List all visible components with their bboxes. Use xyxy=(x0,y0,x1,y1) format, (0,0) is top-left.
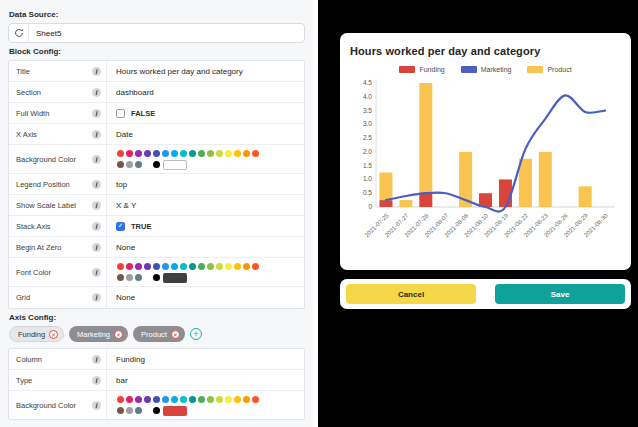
info-icon[interactable]: i xyxy=(92,201,101,210)
begin-at-zero-field[interactable]: None xyxy=(107,240,304,255)
color-dot[interactable] xyxy=(126,150,133,157)
color-dot[interactable] xyxy=(126,396,133,403)
legend-item[interactable]: Funding xyxy=(399,66,444,73)
selected-color-swatch[interactable] xyxy=(163,406,187,416)
color-dot[interactable] xyxy=(189,396,196,403)
color-dot[interactable] xyxy=(180,263,187,270)
info-icon[interactable]: i xyxy=(92,376,101,385)
info-icon[interactable]: i xyxy=(92,109,101,118)
color-dot[interactable] xyxy=(207,150,214,157)
color-dot[interactable] xyxy=(225,396,232,403)
full-width-checkbox[interactable] xyxy=(116,109,125,118)
color-dot[interactable] xyxy=(153,274,160,281)
info-icon[interactable]: i xyxy=(92,293,101,302)
color-dot[interactable] xyxy=(162,263,169,270)
sync-icon[interactable] xyxy=(9,24,29,42)
chip-product[interactable]: Product ✕ xyxy=(133,326,185,342)
save-button[interactable]: Save xyxy=(495,284,625,304)
remove-icon[interactable]: ✕ xyxy=(171,330,180,339)
color-dot[interactable] xyxy=(126,161,133,168)
color-dot[interactable] xyxy=(243,263,250,270)
color-dot[interactable] xyxy=(126,274,133,281)
x-axis-field[interactable]: Date xyxy=(107,127,304,142)
background-color-palette[interactable] xyxy=(116,148,260,170)
color-dot[interactable] xyxy=(144,150,151,157)
info-icon[interactable]: i xyxy=(92,401,101,410)
color-dot[interactable] xyxy=(243,150,250,157)
color-dot[interactable] xyxy=(252,263,259,270)
color-dot[interactable] xyxy=(180,396,187,403)
color-dot[interactable] xyxy=(234,263,241,270)
remove-icon[interactable]: ✕ xyxy=(49,330,58,339)
legend-item[interactable]: Marketing xyxy=(461,66,512,73)
color-dot[interactable] xyxy=(126,407,133,414)
color-dot[interactable] xyxy=(153,407,160,414)
color-dot[interactable] xyxy=(153,263,160,270)
color-dot[interactable] xyxy=(126,263,133,270)
type-field[interactable]: bar xyxy=(107,373,304,388)
color-dot[interactable] xyxy=(153,150,160,157)
add-axis-icon[interactable]: + xyxy=(190,328,202,340)
color-dot[interactable] xyxy=(225,263,232,270)
grid-field[interactable]: None xyxy=(107,290,304,305)
color-dot[interactable] xyxy=(198,150,205,157)
chip-marketing[interactable]: Marketing ✕ xyxy=(69,326,128,342)
info-icon[interactable]: i xyxy=(92,130,101,139)
color-dot[interactable] xyxy=(207,396,214,403)
data-source-input[interactable] xyxy=(29,24,304,42)
color-dot[interactable] xyxy=(135,407,142,414)
color-dot[interactable] xyxy=(135,396,142,403)
color-dot[interactable] xyxy=(198,396,205,403)
color-dot[interactable] xyxy=(162,150,169,157)
color-dot[interactable] xyxy=(243,396,250,403)
chip-funding[interactable]: Funding ✕ xyxy=(9,326,64,342)
info-icon[interactable]: i xyxy=(92,268,101,277)
color-dot[interactable] xyxy=(189,150,196,157)
color-dot[interactable] xyxy=(117,150,124,157)
axis-background-color-palette[interactable] xyxy=(116,394,260,416)
color-dot[interactable] xyxy=(153,161,160,168)
color-dot[interactable] xyxy=(144,263,151,270)
color-dot[interactable] xyxy=(135,161,142,168)
color-dot[interactable] xyxy=(171,263,178,270)
info-icon[interactable]: i xyxy=(92,222,101,231)
color-dot[interactable] xyxy=(189,263,196,270)
font-color-palette[interactable] xyxy=(116,261,260,283)
show-scale-label-field[interactable]: X & Y xyxy=(107,198,304,213)
color-dot[interactable] xyxy=(171,150,178,157)
color-dot[interactable] xyxy=(117,407,124,414)
color-dot[interactable] xyxy=(252,396,259,403)
info-icon[interactable]: i xyxy=(92,355,101,364)
color-dot[interactable] xyxy=(153,396,160,403)
color-dot[interactable] xyxy=(171,396,178,403)
color-dot[interactable] xyxy=(198,263,205,270)
remove-icon[interactable]: ✕ xyxy=(114,330,123,339)
stack-axis-checkbox[interactable]: ✓ xyxy=(116,222,125,231)
color-dot[interactable] xyxy=(234,396,241,403)
color-dot[interactable] xyxy=(207,263,214,270)
color-dot[interactable] xyxy=(252,150,259,157)
section-field[interactable]: dashboard xyxy=(107,85,304,100)
info-icon[interactable]: i xyxy=(92,88,101,97)
color-dot[interactable] xyxy=(234,150,241,157)
selected-color-swatch[interactable] xyxy=(163,273,187,283)
info-icon[interactable]: i xyxy=(92,243,101,252)
color-dot[interactable] xyxy=(225,150,232,157)
info-icon[interactable]: i xyxy=(92,67,101,76)
color-dot[interactable] xyxy=(117,161,124,168)
color-dot[interactable] xyxy=(216,396,223,403)
color-dot[interactable] xyxy=(216,150,223,157)
color-dot[interactable] xyxy=(117,263,124,270)
color-dot[interactable] xyxy=(135,263,142,270)
color-dot[interactable] xyxy=(216,263,223,270)
title-field[interactable]: Hours worked per day and category xyxy=(107,64,304,79)
info-icon[interactable]: i xyxy=(92,180,101,189)
color-dot[interactable] xyxy=(117,274,124,281)
legend-item[interactable]: Product xyxy=(527,66,571,73)
color-dot[interactable] xyxy=(117,396,124,403)
column-field[interactable]: Funding xyxy=(107,352,304,367)
legend-position-field[interactable]: top xyxy=(107,177,304,192)
color-dot[interactable] xyxy=(162,396,169,403)
color-dot[interactable] xyxy=(180,150,187,157)
color-dot[interactable] xyxy=(135,150,142,157)
